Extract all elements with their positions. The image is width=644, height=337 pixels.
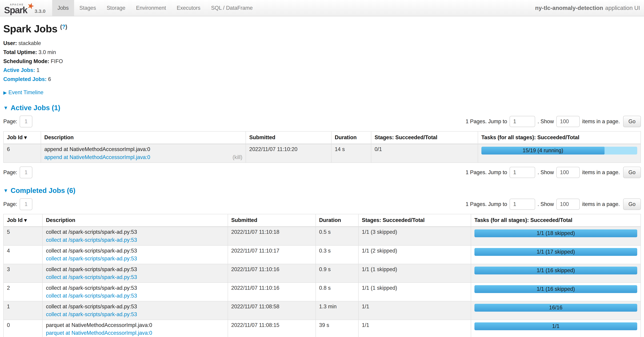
page-number-input[interactable] bbox=[20, 116, 32, 127]
column-header[interactable]: Submitted bbox=[246, 131, 331, 144]
tab-stages[interactable]: Stages bbox=[74, 0, 102, 16]
job-duration: 0.5 s bbox=[316, 227, 358, 245]
job-row: 4collect at /spark-scripts/spark-ad.py:5… bbox=[4, 245, 641, 264]
go-button[interactable]: Go bbox=[623, 199, 641, 210]
spark-brand: APACHE Spark ★ 3.3.0 bbox=[3, 0, 52, 16]
task-progress-bar: 16/16 bbox=[474, 304, 637, 312]
pages-text: 1 Pages. Jump to bbox=[466, 169, 507, 176]
task-progress-label: 1/1 (16 skipped) bbox=[537, 267, 575, 274]
job-tasks-cell: 1/1 (16 skipped) bbox=[471, 264, 641, 283]
application-suffix: application UI bbox=[605, 5, 640, 11]
pages-text: 1 Pages. Jump to bbox=[466, 118, 507, 125]
show-text: . Show bbox=[538, 201, 554, 207]
jump-to-input[interactable] bbox=[510, 199, 535, 210]
tab-executors[interactable]: Executors bbox=[171, 0, 206, 16]
event-timeline-toggle[interactable]: ▶Event Timeline bbox=[3, 89, 641, 96]
caret-down-icon: ▼ bbox=[3, 188, 8, 193]
page-number-input[interactable] bbox=[20, 198, 32, 210]
scheduling-mode-info: Scheduling Mode: FIFO bbox=[3, 58, 641, 65]
column-header[interactable]: Description bbox=[42, 214, 228, 227]
job-description: collect at /spark-scripts/spark-ad.py:53 bbox=[46, 229, 224, 235]
job-submitted: 2022/11/07 11:10:17 bbox=[228, 245, 316, 264]
job-id-cell: 3 bbox=[4, 264, 42, 283]
pagination-controls: 1 Pages. Jump to . Show items in a page.… bbox=[466, 116, 641, 127]
page-label: Page: bbox=[3, 201, 17, 207]
tab-storage[interactable]: Storage bbox=[102, 0, 131, 16]
job-submitted: 2022/11/07 11:08:58 bbox=[228, 301, 316, 320]
job-description-cell: collect at /spark-scripts/spark-ad.py:53… bbox=[42, 283, 228, 301]
help-question-icon: ? bbox=[62, 24, 65, 30]
job-id-cell: 1 bbox=[4, 301, 42, 320]
task-progress-label: 15/19 (4 running) bbox=[522, 147, 563, 154]
task-progress-label: 1/1 (16 skipped) bbox=[537, 286, 575, 292]
job-description-cell: collect at /spark-scripts/spark-ad.py:53… bbox=[42, 264, 228, 283]
job-description-cell: collect at /spark-scripts/spark-ad.py:53… bbox=[42, 301, 228, 320]
job-description-cell: collect at /spark-scripts/spark-ad.py:53… bbox=[42, 227, 228, 245]
column-header[interactable]: Job Id ▾ bbox=[4, 131, 41, 144]
uptime-info: Total Uptime: 3.0 min bbox=[3, 49, 641, 56]
job-description-link[interactable]: collect at /spark-scripts/spark-ad.py:53 bbox=[46, 237, 137, 243]
job-description-cell: collect at /spark-scripts/spark-ad.py:53… bbox=[42, 245, 228, 264]
task-progress-label: 16/16 bbox=[549, 305, 562, 311]
show-text: . Show bbox=[538, 169, 554, 176]
jump-to-input[interactable] bbox=[510, 116, 535, 127]
spark-star-icon: ★ bbox=[26, 1, 36, 11]
job-description-link[interactable]: append at NativeMethodAccessorImpl.java:… bbox=[44, 154, 150, 160]
column-header[interactable]: Tasks (for all stages): Succeeded/Total bbox=[471, 214, 641, 227]
completed-jobs-count[interactable]: Completed Jobs: 6 bbox=[3, 76, 641, 83]
job-description-link[interactable]: collect at /spark-scripts/spark-ad.py:53 bbox=[46, 311, 137, 318]
job-stages: 1/1 bbox=[358, 301, 471, 320]
column-header[interactable]: Description bbox=[41, 131, 246, 144]
kill-link[interactable]: (kill) bbox=[232, 154, 242, 160]
items-text: items in a page. bbox=[582, 169, 620, 176]
user-info: User: stackable bbox=[3, 40, 641, 47]
job-description: collect at /spark-scripts/spark-ad.py:53 bbox=[46, 285, 224, 291]
job-row: 5collect at /spark-scripts/spark-ad.py:5… bbox=[4, 227, 641, 245]
go-button[interactable]: Go bbox=[623, 167, 641, 178]
job-description-link[interactable]: collect at /spark-scripts/spark-ad.py:53 bbox=[46, 293, 137, 299]
column-header[interactable]: Stages: Succeeded/Total bbox=[358, 214, 471, 227]
go-button[interactable]: Go bbox=[623, 116, 641, 127]
column-header[interactable]: Tasks (for all stages): Succeeded/Total bbox=[478, 131, 641, 144]
job-tasks-cell: 1/1 bbox=[471, 320, 641, 337]
job-description-link[interactable]: parquet at NativeMethodAccessorImpl.java… bbox=[46, 330, 152, 336]
show-items-input[interactable] bbox=[556, 167, 580, 178]
job-description-link[interactable]: collect at /spark-scripts/spark-ad.py:53 bbox=[46, 274, 137, 280]
page-number-input[interactable] bbox=[20, 166, 32, 178]
tab-sql-dataframe[interactable]: SQL / DataFrame bbox=[206, 0, 258, 16]
job-description: append at NativeMethodAccessorImpl.java:… bbox=[44, 146, 242, 152]
job-stages: 1/1 (2 skipped) bbox=[358, 245, 471, 264]
help-link[interactable]: (?) bbox=[60, 24, 67, 30]
task-progress-bar: 1/1 (17 skipped) bbox=[474, 248, 637, 256]
job-row: 2collect at /spark-scripts/spark-ad.py:5… bbox=[4, 283, 641, 301]
task-progress-track: 1/1 bbox=[474, 323, 637, 330]
task-progress-label: 1/1 (17 skipped) bbox=[537, 249, 575, 255]
nav-tabs: JobsStagesStorageEnvironmentExecutorsSQL… bbox=[52, 0, 258, 16]
column-header[interactable]: Job Id ▾ bbox=[4, 214, 42, 227]
column-header[interactable]: Stages: Succeeded/Total bbox=[371, 131, 478, 144]
job-duration: 14 s bbox=[331, 144, 371, 163]
pagination-bar: Page: 1 Pages. Jump to . Show items in a… bbox=[3, 116, 641, 127]
job-description: parquet at NativeMethodAccessorImpl.java… bbox=[46, 322, 224, 328]
show-items-input[interactable] bbox=[556, 116, 580, 127]
column-header[interactable]: Duration bbox=[316, 214, 358, 227]
jump-to-input[interactable] bbox=[510, 167, 535, 178]
task-progress-bar: 15/19 (4 running) bbox=[482, 147, 604, 154]
active-jobs-section-header[interactable]: ▼ Active Jobs (1) bbox=[3, 104, 641, 112]
completed-jobs-section-header[interactable]: ▼ Completed Jobs (6) bbox=[3, 187, 641, 195]
job-id-cell: 4 bbox=[4, 245, 42, 264]
task-progress-bar: 1/1 (16 skipped) bbox=[474, 285, 637, 293]
tab-environment[interactable]: Environment bbox=[131, 0, 172, 16]
column-header[interactable]: Submitted bbox=[228, 214, 316, 227]
top-navbar: APACHE Spark ★ 3.3.0 JobsStagesStorageEn… bbox=[0, 0, 644, 16]
job-description-link[interactable]: collect at /spark-scripts/spark-ad.py:53 bbox=[46, 256, 137, 262]
job-submitted: 2022/11/07 11:10:20 bbox=[246, 144, 331, 163]
show-items-input[interactable] bbox=[556, 199, 580, 210]
application-title: ny-tlc-anomaly-detection application UI bbox=[535, 0, 644, 16]
active-jobs-count[interactable]: Active Jobs: 1 bbox=[3, 67, 641, 74]
tab-jobs[interactable]: Jobs bbox=[52, 0, 74, 16]
column-header[interactable]: Duration bbox=[331, 131, 371, 144]
job-row: 0parquet at NativeMethodAccessorImpl.jav… bbox=[4, 320, 641, 337]
job-tasks-cell: 1/1 (16 skipped) bbox=[471, 283, 641, 301]
job-description: collect at /spark-scripts/spark-ad.py:53 bbox=[46, 266, 224, 273]
